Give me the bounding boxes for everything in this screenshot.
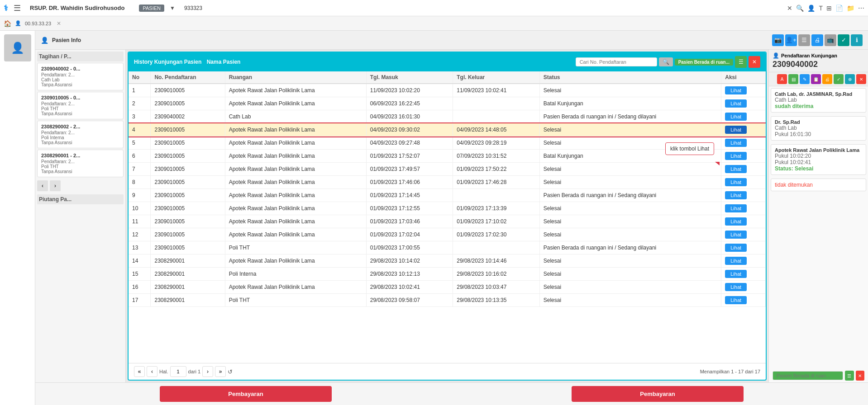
prev-page-btn[interactable]: ‹ [147, 366, 157, 377]
main-content: Tagihan / P... 2309040002 - 0... Pendaft… [35, 50, 868, 382]
hospital-name: RSUP. DR. Wahidin Sudirohusodo [30, 5, 124, 11]
tv-btn[interactable]: 📺 [825, 34, 836, 46]
cell-pendaftaran: 2308290001 [151, 254, 225, 268]
lihat-button[interactable]: Lihat [725, 139, 747, 147]
cell-tgl-masuk: 01/09/2023 17:52:07 [366, 150, 453, 163]
add-user-btn[interactable]: 👤+ [785, 34, 797, 46]
pendaftaran-header: 👤 Pendaftaran Kunjungan [773, 52, 864, 59]
lihat-button[interactable]: Lihat [725, 217, 747, 226]
home-icon[interactable]: 🏠 [4, 20, 11, 27]
cell-aksi: Lihat [721, 294, 766, 307]
next-page-btn[interactable]: › [202, 366, 213, 377]
side-card-2[interactable]: 2309010005 - 0... Pendaftaran: 2... Poli… [37, 92, 124, 119]
lihat-button[interactable]: Lihat [725, 99, 747, 108]
dropdown-arrow[interactable]: ▼ [170, 5, 175, 11]
close-icon[interactable]: ✕ [787, 5, 792, 12]
search-input[interactable] [576, 57, 657, 66]
right-toolbar-btn1[interactable]: A [777, 74, 787, 84]
lihat-button[interactable]: Lihat [725, 191, 747, 199]
folder-icon[interactable]: 📁 [847, 5, 854, 12]
cell-status: Selesai [539, 176, 721, 189]
prev-btn[interactable]: ‹ [37, 180, 48, 191]
menu-icon[interactable]: ☰ [14, 3, 21, 13]
list-view-btn[interactable]: ☰ [735, 56, 747, 68]
right-toolbar-btn5[interactable]: 🖨 [822, 74, 832, 84]
lihat-button[interactable]: Lihat [725, 270, 747, 278]
last-page-btn[interactable]: » [215, 366, 226, 377]
table-row: 13 2309010005 Poli THT 01/09/2023 17:00:… [129, 241, 766, 254]
lihat-button[interactable]: Lihat [725, 231, 747, 239]
top-bar: ⚕ ☰ RSUP. DR. Wahidin Sudirohusodo PASIE… [0, 0, 868, 16]
cell-aksi: Lihat [721, 84, 766, 97]
file-icon[interactable]: 📄 [835, 5, 843, 12]
lihat-button[interactable]: Lihat [725, 165, 747, 173]
pembayaran-btn-1[interactable]: Pembayaran [160, 386, 332, 402]
print-btn[interactable]: 🖨 [811, 34, 823, 46]
pendaftaran-icon: 👤 [773, 52, 779, 59]
col-no: No [129, 71, 151, 84]
side-card-3[interactable]: 2308290002 - 2... Pendaftaran: 2... Poli… [37, 121, 124, 148]
lihat-button[interactable]: Lihat [725, 296, 747, 304]
table-header-row: No No. Pendaftaran Ruangan Tgl. Masuk Tg… [129, 71, 766, 84]
pasien-badge: PASIEN [139, 5, 164, 12]
side-card-4[interactable]: 2308290001 - 2... Pendaftaran: 2... Poli… [37, 150, 124, 177]
lihat-button[interactable]: Lihat [725, 283, 747, 291]
info-btn[interactable]: ℹ [851, 34, 863, 46]
cell-tgl-keluar: 29/08/2023 10:16:02 [453, 268, 540, 281]
table-row: 15 2308290001 Poli Interna 29/08/2023 10… [129, 268, 766, 281]
lihat-button[interactable]: Lihat [725, 126, 747, 134]
lihat-button[interactable]: Lihat [725, 204, 747, 212]
right-toolbar-btn8[interactable]: ✕ [856, 74, 866, 84]
cell-tgl-masuk: 04/09/2023 09:30:02 [366, 123, 453, 137]
right-close-btn[interactable]: ✕ [856, 371, 865, 381]
cell-tgl-keluar: 11/09/2023 10:02:41 [453, 84, 540, 97]
lihat-button[interactable]: Lihat [725, 113, 747, 121]
left-panel: 👤 [0, 31, 35, 405]
lihat-button[interactable]: Lihat [725, 152, 747, 160]
cell-ruangan: Poli THT [225, 294, 366, 307]
page-input[interactable] [170, 366, 186, 377]
cell-no: 17 [129, 294, 151, 307]
cell-status: Selesai [539, 84, 721, 97]
grid-icon[interactable]: ⊞ [826, 5, 832, 12]
cell-tgl-masuk: 04/09/2023 09:27:48 [366, 137, 453, 150]
right-toolbar-btn6[interactable]: ✓ [834, 74, 844, 84]
refresh-btn[interactable]: ↺ [228, 368, 233, 375]
cell-ruangan: Apotek Rawat Jalan Poliklinik Lama [225, 228, 366, 241]
table-row: 11 2309010005 Apotek Rawat Jalan Polikli… [129, 215, 766, 228]
close-tab-icon[interactable]: ✕ [57, 20, 61, 27]
right-toolbar-btn4[interactable]: 📋 [811, 74, 821, 84]
cath-lab-label: Cath Lab [775, 97, 862, 103]
pembayaran-btn-2[interactable]: Pembayaran [572, 386, 744, 402]
search-icon[interactable]: 🔍 [796, 5, 804, 12]
check-btn[interactable]: ✓ [838, 34, 849, 46]
settings-icon[interactable]: ⋯ [858, 5, 864, 12]
cell-ruangan: Apotek Rawat Jalan Poliklinik Lama [225, 84, 366, 97]
right-list-btn[interactable]: ☰ [845, 371, 854, 381]
lihat-button[interactable]: Lihat [725, 257, 747, 265]
lihat-button[interactable]: Lihat [725, 86, 747, 94]
right-toolbar-btn7[interactable]: ⊕ [845, 74, 855, 84]
cell-tgl-masuk: 01/09/2023 17:49:57 [366, 163, 453, 176]
table-row: 10 2309010005 Apotek Rawat Jalan Polikli… [129, 202, 766, 215]
cell-tgl-masuk: 29/08/2023 10:14:02 [366, 254, 453, 268]
search-button[interactable]: 🔍 [659, 57, 673, 66]
lihat-button[interactable]: Lihat [725, 178, 747, 186]
camera-btn[interactable]: 📷 [772, 34, 784, 46]
right-search-input[interactable] [773, 371, 843, 380]
next-btn[interactable]: › [50, 180, 61, 191]
text-icon[interactable]: T [819, 5, 823, 12]
lihat-button[interactable]: Lihat [725, 244, 747, 252]
right-toolbar-btn3[interactable]: ✎ [800, 74, 810, 84]
history-header: History Kunjungan Pasien Nama Pasien 🔍 P… [129, 52, 766, 71]
close-history-btn[interactable]: ✕ [749, 56, 760, 68]
center-content: History Kunjungan Pasien Nama Pasien 🔍 P… [126, 50, 768, 382]
cell-pendaftaran: 2309010005 [151, 137, 225, 150]
right-toolbar-btn2[interactable]: ▤ [788, 74, 798, 84]
cell-tgl-masuk: 01/09/2023 17:00:55 [366, 241, 453, 254]
user-icon[interactable]: 👤 [807, 5, 815, 12]
cell-no: 8 [129, 176, 151, 189]
first-page-btn[interactable]: « [134, 366, 145, 377]
side-card-1[interactable]: 2309040002 - 0... Pendaftaran: 2... Cath… [37, 63, 124, 90]
list-btn[interactable]: ☰ [798, 34, 810, 46]
